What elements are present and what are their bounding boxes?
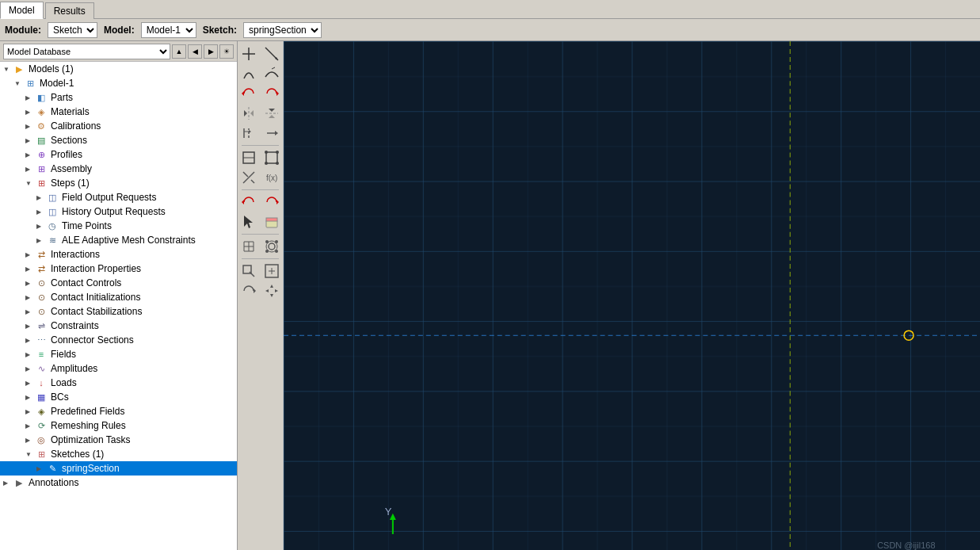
tree-label-amplitudes: Amplitudes: [51, 363, 97, 374]
svg-marker-16: [249, 130, 251, 133]
tree-item-history_output[interactable]: ▶◫History Output Requests: [0, 204, 237, 219]
grid-options-btn[interactable]: [238, 237, 260, 256]
tree-item-constraints[interactable]: ▶⇌Constraints: [0, 319, 237, 333]
tree-item-parts[interactable]: ▶◧Parts: [0, 90, 237, 105]
tree-icon-time_points: ◷: [46, 220, 59, 232]
tree-label-remeshing_rules: Remeshing Rules: [51, 420, 126, 431]
svg-text:f(x): f(x): [266, 174, 277, 182]
svg-marker-32: [244, 216, 253, 228]
svg-marker-18: [275, 131, 278, 136]
tree-item-models[interactable]: ▼▶Models (1): [0, 62, 237, 76]
tree-label-loads: Loads: [51, 377, 77, 388]
dimension-btn[interactable]: f(x): [261, 168, 283, 187]
tree-item-contact_stab[interactable]: ▶⊙Contact Stabilizations: [0, 304, 237, 319]
arc-btn[interactable]: [238, 64, 260, 83]
sidebar-fwd-btn[interactable]: ▶: [204, 44, 218, 59]
sidebar-dropdown[interactable]: Model Database: [3, 44, 170, 59]
zoom-box-btn[interactable]: [238, 262, 260, 281]
sidebar-light-btn[interactable]: ☀: [219, 44, 234, 59]
tree-label-materials: Materials: [51, 106, 90, 117]
erase-btn[interactable]: [261, 212, 283, 231]
tree-item-assembly[interactable]: ▶⊞Assembly: [0, 162, 237, 176]
tree-item-remeshing_rules[interactable]: ▶⟳Remeshing Rules: [0, 418, 237, 433]
tree-icon-interactions: ⇄: [35, 248, 48, 261]
tree-icon-fields: ≡: [35, 348, 48, 361]
expand-arrow-springsection: ▶: [36, 465, 44, 472]
tree-item-annotations[interactable]: ▶▶Annotations: [0, 476, 237, 490]
tool-group-5: [238, 124, 283, 143]
tab-results[interactable]: Results: [45, 2, 94, 19]
tab-model[interactable]: Model: [0, 2, 44, 19]
tree-item-predefined_fields[interactable]: ▶◈Predefined Fields: [0, 404, 237, 418]
top-tabs: Model Results: [0, 0, 980, 19]
select-btn[interactable]: [238, 212, 260, 231]
tool-group-6: [238, 148, 283, 167]
tree-item-time_points[interactable]: ▶◷Time Points: [0, 219, 237, 233]
tree-label-constraints: Constraints: [51, 320, 99, 331]
expand-arrow-parts: ▶: [25, 94, 33, 101]
svg-point-43: [265, 240, 269, 243]
tree-item-calibrations[interactable]: ▶⚙Calibrations: [0, 119, 237, 133]
tree-item-connector_sections[interactable]: ▶⋯Connector Sections: [0, 333, 237, 347]
tree-label-parts: Parts: [51, 92, 73, 103]
rotate-cw-btn[interactable]: [261, 84, 283, 103]
model-select[interactable]: Model-1: [141, 22, 196, 38]
create-lines-btn[interactable]: [238, 148, 260, 167]
snap-btn[interactable]: [261, 237, 283, 256]
tree-item-bcs[interactable]: ▶▦BCs: [0, 390, 237, 404]
expand-arrow-time_points: ▶: [36, 223, 44, 230]
tree-label-field_output: Field Output Requests: [62, 192, 156, 203]
tree-item-contact_init[interactable]: ▶⊙Contact Initializations: [0, 290, 237, 304]
tree-icon-contact_init: ⊙: [35, 291, 48, 304]
tree-item-field_output[interactable]: ▶◫Field Output Requests: [0, 190, 237, 204]
tree-item-sketches[interactable]: ▼⊞Sketches (1): [0, 447, 237, 461]
sidebar-up-btn[interactable]: ▲: [172, 44, 186, 59]
module-select[interactable]: Sketch: [48, 22, 97, 38]
undo-btn[interactable]: [238, 193, 260, 212]
extend-btn[interactable]: [261, 124, 283, 143]
canvas-grid: Y CSDN @ijil168: [284, 41, 980, 550]
zoom-all-btn[interactable]: [261, 262, 283, 281]
arc-3pt-btn[interactable]: [261, 64, 283, 83]
sidebar-back-btn[interactable]: ◀: [188, 44, 202, 59]
add-line-btn[interactable]: [261, 44, 283, 63]
tree-view: ▼▶Models (1)▼⊞Model-1▶◧Parts▶◈Materials▶…: [0, 62, 237, 490]
tree-item-profiles[interactable]: ▶⊕Profiles: [0, 147, 237, 162]
sketch-select[interactable]: springSection: [243, 22, 322, 38]
tree-item-interaction_props[interactable]: ▶⇄Interaction Properties: [0, 262, 237, 276]
tree-item-materials[interactable]: ▶◈Materials: [0, 105, 237, 119]
mirror-x-btn[interactable]: [238, 104, 260, 123]
tree-item-amplitudes[interactable]: ▶∿Amplitudes: [0, 361, 237, 376]
tree-item-steps[interactable]: ▼⊞Steps (1): [0, 176, 237, 190]
svg-point-44: [275, 240, 278, 243]
tree-item-interactions[interactable]: ▶⇄Interactions: [0, 247, 237, 262]
tree-icon-loads: ↓: [35, 376, 48, 389]
rotate-ccw-btn[interactable]: [238, 84, 260, 103]
svg-marker-11: [269, 109, 275, 112]
redo-btn[interactable]: [261, 193, 283, 212]
tree-item-fields[interactable]: ▶≡Fields: [0, 347, 237, 361]
create-connected-btn[interactable]: [261, 148, 283, 167]
mirror-y-btn[interactable]: [261, 104, 283, 123]
trim-btn[interactable]: [238, 168, 260, 187]
tree-item-loads[interactable]: ▶↓Loads: [0, 376, 237, 390]
expand-arrow-connector_sections: ▶: [25, 337, 33, 344]
svg-marker-5: [242, 91, 244, 96]
tree-item-optimization_tasks[interactable]: ▶◎Optimization Tasks: [0, 433, 237, 447]
tree-label-time_points: Time Points: [62, 220, 112, 231]
tree-item-contact_controls[interactable]: ▶⊙Contact Controls: [0, 276, 237, 290]
tree-item-ale_mesh[interactable]: ▶≋ALE Adaptive Mesh Constraints: [0, 233, 237, 247]
expand-arrow-predefined_fields: ▶: [25, 408, 33, 415]
tree-item-springsection[interactable]: ▶✎springSection: [0, 461, 237, 476]
svg-point-46: [275, 250, 278, 253]
svg-rect-59: [284, 41, 980, 550]
tree-item-model1[interactable]: ▼⊞Model-1: [0, 76, 237, 90]
pan-btn[interactable]: [261, 281, 283, 300]
expand-arrow-steps: ▼: [25, 180, 33, 187]
rotate-view-btn[interactable]: [238, 281, 260, 300]
tree-item-sections[interactable]: ▶▤Sections: [0, 133, 237, 147]
canvas-area[interactable]: Y CSDN @ijil168: [284, 41, 980, 550]
add-point-btn[interactable]: [238, 44, 260, 63]
expand-arrow-model1: ▼: [14, 80, 22, 87]
offset-btn[interactable]: [238, 124, 260, 143]
